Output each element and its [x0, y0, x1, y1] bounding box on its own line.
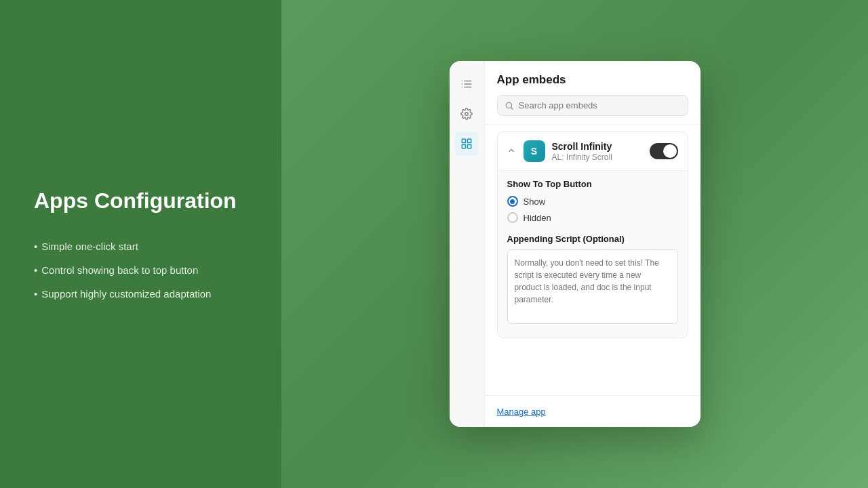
list-icon: [460, 78, 473, 90]
modal-content: App embeds: [485, 61, 701, 427]
grid-icon: [460, 138, 473, 150]
radio-show-label: Show: [524, 197, 546, 207]
toggle-knob: [663, 144, 677, 158]
app-icon: S: [524, 140, 545, 162]
manage-app-link[interactable]: Manage app: [497, 407, 546, 417]
svg-rect-8: [468, 139, 471, 142]
chevron-up-icon: [507, 146, 515, 155]
svg-point-6: [465, 113, 469, 116]
svg-line-12: [511, 107, 513, 109]
app-list: S Scroll Infinity AL: Infinity Scroll: [485, 125, 701, 395]
left-panel: Apps Configuration Simple one-click star…: [0, 0, 281, 488]
radio-show-input[interactable]: [507, 196, 518, 207]
modal-footer: Manage app: [485, 395, 701, 427]
app-name: Scroll Infinity: [552, 141, 643, 152]
page-title: Apps Configuration: [34, 188, 248, 214]
app-item-header: S Scroll Infinity AL: Infinity Scroll: [498, 132, 688, 170]
search-input[interactable]: [519, 100, 681, 110]
radio-hidden-input[interactable]: [507, 212, 518, 223]
svg-rect-10: [462, 145, 465, 148]
script-textarea[interactable]: [507, 249, 678, 324]
app-expanded-settings: Show To Top Button Show Hidden: [498, 170, 688, 338]
app-info: Scroll Infinity AL: Infinity Scroll: [552, 141, 643, 162]
modal-title: App embeds: [497, 73, 688, 87]
modal-sidebar: [450, 61, 485, 427]
sidebar-nav-apps[interactable]: [454, 131, 479, 156]
script-section-label: Appending Script (Optional): [507, 234, 678, 244]
gear-icon: [460, 108, 473, 120]
app-toggle[interactable]: [650, 143, 678, 159]
feature-item-3: Support highly customized adaptation: [34, 288, 248, 300]
app-subtitle: AL: Infinity Scroll: [552, 152, 643, 162]
app-icon-letter: S: [531, 146, 537, 157]
app-collapse-button[interactable]: [507, 146, 515, 157]
radio-item-show[interactable]: Show: [507, 196, 678, 207]
feature-item-1: Simple one-click start: [34, 241, 248, 252]
sidebar-nav-list[interactable]: [454, 72, 479, 96]
svg-rect-9: [468, 145, 471, 148]
show-top-button-label: Show To Top Button: [507, 179, 678, 189]
search-icon: [505, 101, 514, 110]
search-bar: [497, 95, 688, 116]
radio-item-hidden[interactable]: Hidden: [507, 212, 678, 223]
feature-list: Simple one-click start Control showing b…: [34, 241, 248, 300]
feature-item-2: Control showing back to top button: [34, 264, 248, 276]
svg-rect-7: [462, 139, 465, 142]
app-item-scroll-infinity: S Scroll Infinity AL: Infinity Scroll: [497, 131, 688, 338]
radio-group-show-top: Show Hidden: [507, 196, 678, 223]
radio-hidden-label: Hidden: [524, 213, 551, 223]
right-panel: App embeds: [281, 0, 868, 488]
modal-header: App embeds: [485, 61, 701, 125]
sidebar-nav-settings[interactable]: [454, 102, 479, 126]
modal-card: App embeds: [450, 61, 701, 427]
